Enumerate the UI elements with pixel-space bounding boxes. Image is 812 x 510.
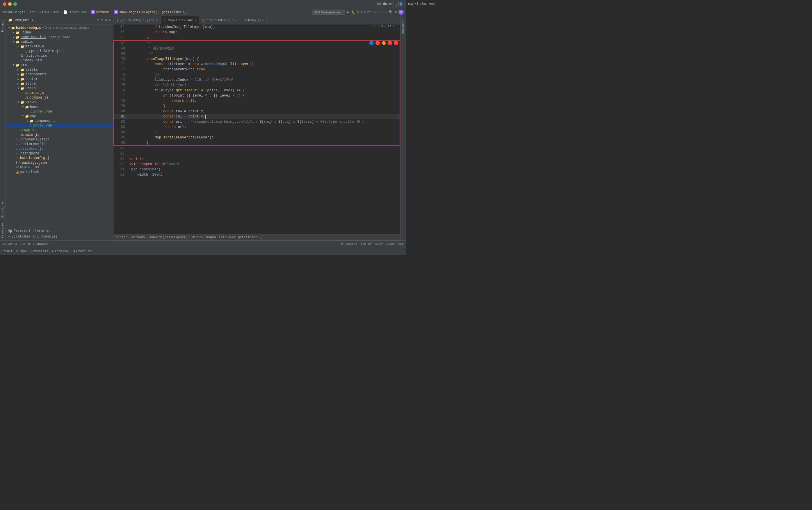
line-content-69[interactable]: */	[128, 51, 400, 56]
sidebar-item-common[interactable]: ▶ JS common.js	[6, 95, 113, 100]
add-configuration-button[interactable]: Add Configuration...	[312, 9, 345, 15]
line-content-82[interactable]: const url = `//shangetu1.map.bdimg.com/i…	[128, 119, 400, 124]
status-indent[interactable]: 2 spaces	[32, 242, 48, 246]
sidebar-item-browserslistrc[interactable]: ▶ · .browserslistrc	[6, 137, 113, 142]
sidebar-item-router[interactable]: ▶ 📁 router	[6, 77, 113, 82]
collapse-all-icon[interactable]: ⊟	[97, 18, 99, 22]
bmap-tab-close[interactable]: ✕	[263, 19, 265, 22]
problems-tool-button[interactable]: ⚠ Problems	[30, 249, 48, 253]
sel-icon1[interactable]: 🔵	[369, 41, 374, 46]
line-content-76[interactable]: tileLayer.getTilesUrl = (point, level) =…	[128, 88, 400, 93]
line-content-73[interactable]: });	[128, 72, 400, 77]
line-content-87[interactable]	[128, 146, 400, 151]
sidebar-item-package-json[interactable]: ▶ { } package.json	[6, 160, 113, 165]
sidebar-item-components[interactable]: ▶ 📁 components	[6, 72, 113, 77]
profile-button[interactable]: ⊙	[360, 10, 362, 14]
breadcrumb-map[interactable]: map	[54, 10, 59, 14]
line-content-65[interactable]: return map;	[128, 30, 400, 35]
sidebar-item-root[interactable]: ▼ 📁 baidu-webgis ~/vue-projects/baidu-we…	[6, 26, 113, 30]
maximize-button[interactable]	[13, 2, 17, 6]
sidebar-item-index-html[interactable]: ▶ ◇ index.html	[6, 58, 113, 63]
favorites-tab[interactable]: Favorites	[1, 220, 5, 240]
structure-tab[interactable]: Structure	[1, 200, 5, 220]
sidebar-item-app-vue[interactable]: ▶ ⬡ App.vue	[6, 128, 113, 132]
git-tool-button[interactable]: ⎇ Git	[2, 249, 13, 253]
terminal-tool-button[interactable]: ▶ Terminal	[52, 249, 70, 253]
profiler-tool-button[interactable]: ◑ Profiler	[74, 249, 92, 253]
settings-icon[interactable]: ⚙	[395, 10, 397, 14]
coverage-button[interactable]: ⊕	[357, 10, 359, 14]
line-content-81[interactable]: const col = point.y;	[128, 114, 400, 119]
sidebar-item-views[interactable]: ▼ 📁 views	[6, 100, 113, 105]
tab-purple-style[interactable]: { } purpleStyle.json ✕	[113, 16, 161, 24]
sidebar-item-node-modules[interactable]: ▶ 📁 node_modules library root	[6, 35, 113, 39]
line-content-85[interactable]: map.addTileLayer(tileLayer);	[128, 135, 400, 140]
status-lf[interactable]: LF	[14, 242, 18, 246]
sidebar-item-editorconfig[interactable]: ▶ · .editorconfig	[6, 142, 113, 147]
line-content-89[interactable]: <cript>	[128, 156, 400, 162]
sidebar-item-src[interactable]: ▼ 📁 src	[6, 63, 113, 67]
sidebar-item-map-style[interactable]: ▼ 📁 map-style	[6, 44, 113, 49]
sel-icon5[interactable]: 🔴	[394, 41, 399, 46]
breadcrumb-window-bmap[interactable]: Window.BMapGL.TileLayer.getTilesUrl()	[192, 236, 263, 239]
sidebar-item-utils[interactable]: ▼ 📁 utils	[6, 86, 113, 91]
sidebar-item-favicon[interactable]: ▶ 🖼 favicon.ico	[6, 54, 113, 58]
sidebar-item-map-components[interactable]: ▶ 📁 components	[6, 119, 113, 123]
purple-style-tab-close[interactable]: ✕	[155, 19, 157, 22]
todo-tool-button[interactable]: ☑ TODO	[16, 249, 27, 253]
breadcrumb-project[interactable]: baidu-webgis	[2, 10, 25, 14]
line-content-91[interactable]: .map_container{	[128, 167, 400, 172]
close-button[interactable]	[3, 2, 6, 6]
breadcrumb-views[interactable]: views	[39, 10, 49, 14]
sidebar-item-home-index[interactable]: ▶ ⬡ index.vue	[6, 109, 113, 114]
line-content-66[interactable]: },	[128, 35, 400, 40]
line-content-80[interactable]: const row = point.x;	[128, 109, 400, 114]
project-tab[interactable]: Project	[1, 18, 5, 34]
sidebar-item-eslintrc[interactable]: ▶ ⊙ .eslintrc.js	[6, 147, 113, 151]
sel-icon3[interactable]: 🔶	[381, 41, 386, 46]
close-sidebar-icon[interactable]: ✕	[109, 18, 111, 22]
line-content-67[interactable]: /**	[128, 41, 400, 46]
breadcrumb-script[interactable]: script	[116, 236, 127, 239]
sidebar-item-purple-style[interactable]: ▶ { } purpleStyle.json	[6, 49, 113, 54]
line-content-68[interactable]: * 展示影响地图	[128, 46, 400, 51]
line-content-77[interactable]: if (!point || level < 5 || level > 8) {	[128, 93, 400, 98]
run-button[interactable]: ▶	[347, 9, 349, 14]
status-git-icon[interactable]: ⎇	[339, 242, 343, 246]
sidebar-item-map-index[interactable]: ▶ ⬡ index.vue	[6, 123, 113, 128]
line-content-90[interactable]: <yle scoped lang="less">	[128, 162, 400, 167]
sidebar-item-map[interactable]: ▼ 📁 map	[6, 114, 113, 119]
line-content-92[interactable]: width: 100%;	[128, 172, 400, 177]
sidebar-item-assets[interactable]: ▶ 📁 assets	[6, 67, 113, 72]
line-content-86[interactable]: }	[128, 140, 400, 145]
sidebar-item-yarn-lock[interactable]: ▶ 🔒 yarn.lock	[6, 170, 113, 175]
line-content-79[interactable]: }	[128, 103, 400, 109]
breadcrumb-src[interactable]: src	[30, 10, 35, 14]
sidebar-item-home[interactable]: ▼ 📁 home	[6, 105, 113, 109]
line-content-72[interactable]: transparentPng: true,	[128, 67, 400, 72]
sidebar-item-store[interactable]: ▶ 📁 store	[6, 82, 113, 86]
status-charset[interactable]: UTF-8	[20, 242, 30, 246]
sel-icon4[interactable]: 🔴	[387, 41, 392, 46]
breadcrumb-show-image[interactable]: showImageTileLayer()	[119, 10, 157, 14]
sidebar-item-readme[interactable]: ▶ MD README.md	[6, 165, 113, 170]
tab-bmap[interactable]: JS bmap.js ✕	[240, 16, 268, 24]
sidebar-item-main-js[interactable]: ▶ JS main.js	[6, 132, 113, 137]
event-log-button[interactable]: Event Log	[386, 242, 404, 246]
tab-map-index[interactable]: ⬡ map/index.vue ✕	[161, 16, 199, 24]
line-content-64[interactable]: this.showImageTileLayer(map);	[128, 24, 400, 30]
sidebar-item-gitignore[interactable]: ▶ · .gitignore	[6, 151, 113, 156]
sidebar-item-external-libraries[interactable]: 📚 External Libraries	[6, 228, 113, 234]
line-content-75[interactable]: // 生成tile的url	[128, 83, 400, 88]
sidebar-item-scratches-consoles[interactable]: ✏️ Scratches and Consoles	[6, 234, 113, 239]
breadcrumb-methods-2[interactable]: methods	[132, 236, 145, 239]
line-content-78[interactable]: return null;	[128, 98, 400, 103]
search-icon[interactable]: 🔍	[389, 10, 393, 14]
breadcrumb-show-image-2[interactable]: showImageTileLayer()	[149, 236, 187, 239]
status-git-branch[interactable]: master	[346, 242, 358, 246]
breadcrumb-get-tiles[interactable]: getTilesUrl()	[162, 10, 187, 14]
sidebar-item-idea[interactable]: ▶ 📁 .idea	[6, 30, 113, 35]
breadcrumb-file[interactable]: 📄 index.vue	[63, 10, 87, 14]
code-container[interactable]: ⚠ 1 ⚠ 8 ✓ 13 ∧ 64 this.showImageTileLaye…	[113, 24, 400, 234]
sel-icon2[interactable]: 🔴	[375, 41, 380, 46]
